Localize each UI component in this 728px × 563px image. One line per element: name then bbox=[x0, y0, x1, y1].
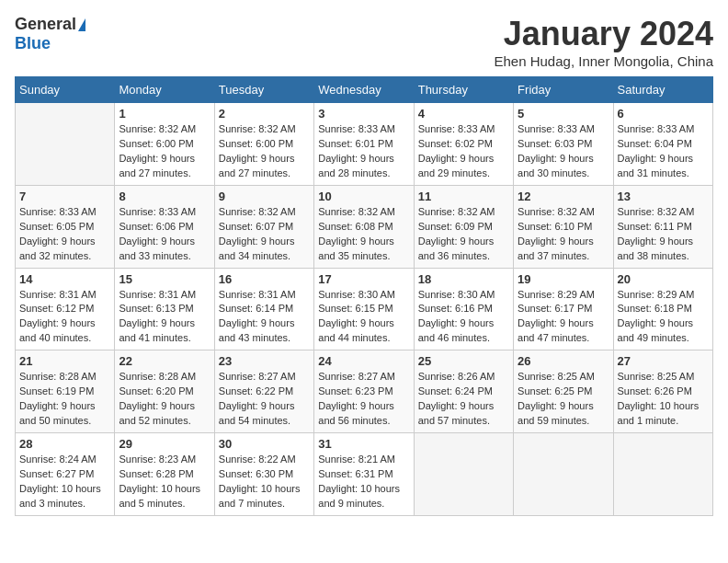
day-number: 14 bbox=[19, 272, 110, 286]
cell-details: Sunrise: 8:32 AMSunset: 6:10 PMDaylight:… bbox=[518, 205, 609, 264]
day-number: 11 bbox=[418, 190, 509, 203]
daylight-label: Daylight: 9 hours bbox=[219, 400, 295, 411]
daylight-label: Daylight: 9 hours bbox=[518, 153, 594, 164]
logo-general-text: General bbox=[15, 15, 76, 34]
daylight-label: Daylight: 9 hours bbox=[119, 153, 195, 164]
calendar-cell: 4Sunrise: 8:33 AMSunset: 6:02 PMDaylight… bbox=[414, 103, 513, 186]
cell-details: Sunrise: 8:27 AMSunset: 6:23 PMDaylight:… bbox=[318, 370, 409, 429]
calendar-cell: 26Sunrise: 8:25 AMSunset: 6:25 PMDayligh… bbox=[514, 350, 613, 433]
calendar-cell: 10Sunrise: 8:32 AMSunset: 6:08 PMDayligh… bbox=[314, 185, 414, 268]
day-number: 1 bbox=[119, 107, 210, 121]
day-number: 9 bbox=[219, 190, 310, 203]
daylight-label: Daylight: 9 hours bbox=[618, 153, 694, 164]
daylight-label: Daylight: 9 hours bbox=[219, 153, 295, 164]
daylight-label: Daylight: 9 hours bbox=[518, 317, 594, 328]
day-number: 10 bbox=[318, 190, 409, 203]
daylight-label: Daylight: 9 hours bbox=[318, 236, 394, 247]
day-number: 22 bbox=[119, 354, 210, 368]
cell-details: Sunrise: 8:26 AMSunset: 6:24 PMDaylight:… bbox=[418, 370, 509, 429]
calendar-cell: 12Sunrise: 8:32 AMSunset: 6:10 PMDayligh… bbox=[514, 185, 613, 268]
cell-details: Sunrise: 8:23 AMSunset: 6:28 PMDaylight:… bbox=[119, 453, 210, 511]
calendar-cell: 25Sunrise: 8:26 AMSunset: 6:24 PMDayligh… bbox=[414, 350, 513, 433]
weekday-header-saturday: Saturday bbox=[613, 77, 712, 103]
day-number: 29 bbox=[119, 437, 210, 451]
daylight-label: Daylight: 9 hours bbox=[618, 317, 694, 328]
logo-icon bbox=[78, 18, 85, 31]
day-number: 28 bbox=[19, 437, 110, 451]
day-number: 8 bbox=[119, 190, 210, 203]
cell-details: Sunrise: 8:30 AMSunset: 6:15 PMDaylight:… bbox=[318, 288, 409, 347]
cell-details: Sunrise: 8:27 AMSunset: 6:22 PMDaylight:… bbox=[219, 370, 310, 429]
calendar-cell: 20Sunrise: 8:29 AMSunset: 6:18 PMDayligh… bbox=[613, 268, 712, 350]
calendar-week-row: 21Sunrise: 8:28 AMSunset: 6:19 PMDayligh… bbox=[16, 350, 713, 433]
daylight-label: Daylight: 9 hours bbox=[119, 236, 195, 247]
cell-details: Sunrise: 8:33 AMSunset: 6:02 PMDaylight:… bbox=[418, 122, 509, 181]
calendar-cell: 11Sunrise: 8:32 AMSunset: 6:09 PMDayligh… bbox=[414, 185, 513, 268]
calendar-cell: 18Sunrise: 8:30 AMSunset: 6:16 PMDayligh… bbox=[414, 268, 513, 350]
day-number: 23 bbox=[219, 354, 310, 368]
daylight-label: Daylight: 9 hours bbox=[19, 400, 96, 411]
weekday-header-thursday: Thursday bbox=[414, 77, 513, 103]
calendar-cell bbox=[16, 103, 115, 186]
daylight-label: Daylight: 9 hours bbox=[418, 317, 495, 328]
weekday-header-friday: Friday bbox=[514, 77, 613, 103]
day-number: 15 bbox=[119, 272, 210, 286]
daylight-label: Daylight: 9 hours bbox=[219, 236, 295, 247]
cell-details: Sunrise: 8:22 AMSunset: 6:30 PMDaylight:… bbox=[219, 453, 310, 511]
calendar-cell: 13Sunrise: 8:32 AMSunset: 6:11 PMDayligh… bbox=[613, 185, 712, 268]
day-number: 25 bbox=[418, 354, 509, 368]
page-header: General Blue January 2024 Ehen Hudag, In… bbox=[15, 15, 713, 69]
calendar-cell: 31Sunrise: 8:21 AMSunset: 6:31 PMDayligh… bbox=[314, 433, 414, 516]
cell-details: Sunrise: 8:25 AMSunset: 6:25 PMDaylight:… bbox=[518, 370, 609, 429]
cell-details: Sunrise: 8:30 AMSunset: 6:16 PMDaylight:… bbox=[418, 288, 509, 347]
daylight-label: Daylight: 9 hours bbox=[19, 236, 96, 247]
cell-details: Sunrise: 8:28 AMSunset: 6:19 PMDaylight:… bbox=[19, 370, 110, 429]
cell-details: Sunrise: 8:32 AMSunset: 6:07 PMDaylight:… bbox=[219, 205, 310, 264]
daylight-label: Daylight: 9 hours bbox=[119, 317, 195, 328]
daylight-label: Daylight: 9 hours bbox=[318, 153, 394, 164]
calendar-week-row: 14Sunrise: 8:31 AMSunset: 6:12 PMDayligh… bbox=[16, 268, 713, 350]
cell-details: Sunrise: 8:33 AMSunset: 6:04 PMDaylight:… bbox=[618, 122, 709, 181]
calendar-cell: 23Sunrise: 8:27 AMSunset: 6:22 PMDayligh… bbox=[214, 350, 313, 433]
cell-details: Sunrise: 8:32 AMSunset: 6:08 PMDaylight:… bbox=[318, 205, 409, 264]
day-number: 17 bbox=[318, 272, 409, 286]
calendar-cell bbox=[514, 433, 613, 516]
day-number: 16 bbox=[219, 272, 310, 286]
calendar-cell: 30Sunrise: 8:22 AMSunset: 6:30 PMDayligh… bbox=[214, 433, 313, 516]
weekday-header-wednesday: Wednesday bbox=[314, 77, 414, 103]
day-number: 19 bbox=[518, 272, 609, 286]
day-number: 4 bbox=[418, 107, 509, 121]
month-title: January 2024 bbox=[495, 15, 714, 53]
daylight-label: Daylight: 9 hours bbox=[418, 153, 495, 164]
day-number: 6 bbox=[618, 107, 709, 121]
cell-details: Sunrise: 8:32 AMSunset: 6:11 PMDaylight:… bbox=[618, 205, 709, 264]
daylight-label: Daylight: 9 hours bbox=[518, 400, 594, 411]
calendar-cell: 27Sunrise: 8:25 AMSunset: 6:26 PMDayligh… bbox=[613, 350, 712, 433]
daylight-label: Daylight: 9 hours bbox=[618, 236, 694, 247]
daylight-label: Daylight: 9 hours bbox=[19, 317, 96, 328]
calendar-cell: 2Sunrise: 8:32 AMSunset: 6:00 PMDaylight… bbox=[214, 103, 313, 186]
daylight-label: Daylight: 9 hours bbox=[518, 236, 594, 247]
calendar-cell: 28Sunrise: 8:24 AMSunset: 6:27 PMDayligh… bbox=[16, 433, 115, 516]
cell-details: Sunrise: 8:31 AMSunset: 6:12 PMDaylight:… bbox=[19, 288, 110, 347]
calendar-cell: 15Sunrise: 8:31 AMSunset: 6:13 PMDayligh… bbox=[115, 268, 214, 350]
weekday-header-tuesday: Tuesday bbox=[214, 77, 313, 103]
calendar-cell: 24Sunrise: 8:27 AMSunset: 6:23 PMDayligh… bbox=[314, 350, 414, 433]
weekday-header-row: SundayMondayTuesdayWednesdayThursdayFrid… bbox=[16, 77, 713, 103]
calendar-cell bbox=[613, 433, 712, 516]
daylight-label: Daylight: 9 hours bbox=[219, 317, 295, 328]
logo: General Blue bbox=[15, 15, 85, 53]
day-number: 20 bbox=[618, 272, 709, 286]
cell-details: Sunrise: 8:33 AMSunset: 6:01 PMDaylight:… bbox=[318, 122, 409, 181]
cell-details: Sunrise: 8:28 AMSunset: 6:20 PMDaylight:… bbox=[119, 370, 210, 429]
cell-details: Sunrise: 8:33 AMSunset: 6:05 PMDaylight:… bbox=[19, 205, 110, 264]
calendar-cell: 9Sunrise: 8:32 AMSunset: 6:07 PMDaylight… bbox=[214, 185, 313, 268]
daylight-label: Daylight: 10 hours bbox=[219, 483, 301, 494]
logo-blue-text: Blue bbox=[15, 34, 51, 53]
day-number: 7 bbox=[19, 190, 110, 203]
calendar-cell: 5Sunrise: 8:33 AMSunset: 6:03 PMDaylight… bbox=[514, 103, 613, 186]
daylight-label: Daylight: 9 hours bbox=[418, 400, 495, 411]
weekday-header-monday: Monday bbox=[115, 77, 214, 103]
day-number: 3 bbox=[318, 107, 409, 121]
title-block: January 2024 Ehen Hudag, Inner Mongolia,… bbox=[495, 15, 714, 69]
